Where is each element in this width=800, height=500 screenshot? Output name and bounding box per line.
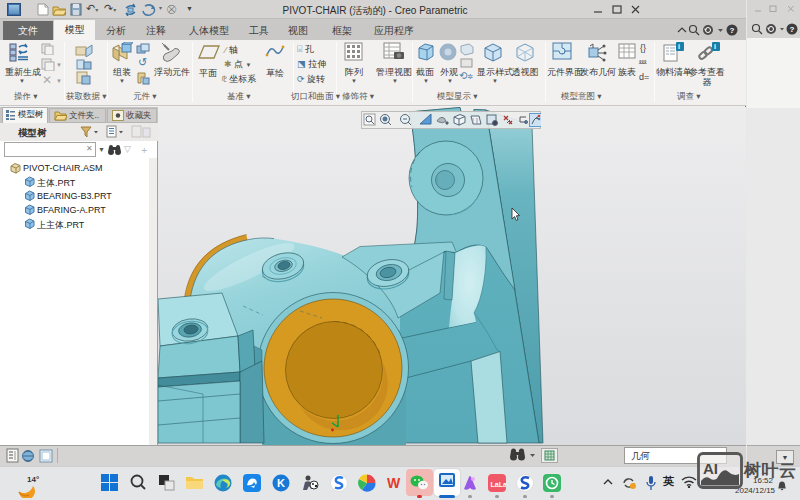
- svg-text:LaLa: LaLa: [491, 481, 507, 488]
- svg-text:?: ?: [790, 25, 795, 34]
- svg-text:14°: 14°: [27, 475, 39, 484]
- svg-text:W: W: [387, 475, 401, 491]
- svg-text:i: i: [678, 43, 680, 50]
- svg-text:i: i: [714, 43, 716, 50]
- svg-text:K: K: [277, 477, 285, 489]
- svg-text:AI: AI: [703, 460, 718, 477]
- svg-text:?: ?: [730, 26, 735, 35]
